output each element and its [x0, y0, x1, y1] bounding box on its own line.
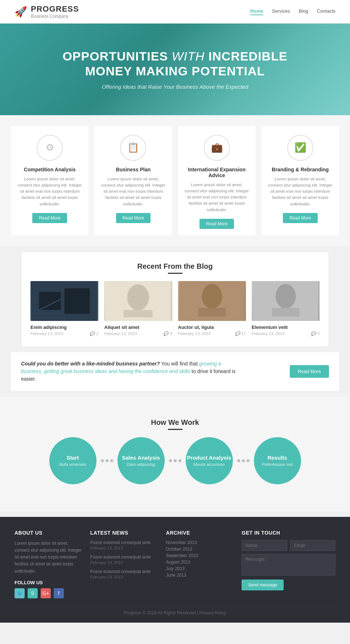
- archive-link-3[interactable]: September 2013: [166, 553, 233, 558]
- hero-title: OPPORTUNITIES with INCREDIBLEMONEY MAKIN…: [62, 49, 287, 79]
- footer-archive: ARCHIVE November 2013 October 2013 Septe…: [166, 530, 233, 598]
- how-step-title-2: Sales Analysis: [122, 455, 160, 461]
- service-desc-3: Lorem ipsum dolor sit amet, consect etur…: [185, 182, 249, 213]
- blog-date-4: February 13, 2013: [252, 331, 284, 336]
- hero-section: OPPORTUNITIES with INCREDIBLEMONEY MAKIN…: [0, 24, 350, 115]
- blog-img-1: [30, 281, 98, 321]
- nav-contacts[interactable]: Contacts: [317, 8, 335, 15]
- service-title-2: Business Plan: [101, 167, 165, 172]
- send-button[interactable]: Send message: [242, 580, 284, 590]
- how-step-2: Sales Analysis Diam adipiscing: [118, 437, 165, 484]
- google-plus-icon[interactable]: G+: [41, 588, 51, 598]
- service-btn-1[interactable]: Read More: [32, 213, 67, 223]
- how-divider: [168, 429, 182, 430]
- service-desc-1: Lorem ipsum dolor sit amet, consect etur…: [17, 176, 82, 207]
- skype-icon[interactable]: S: [28, 588, 38, 598]
- cta-strong: Could you do better with a like-minded b…: [21, 361, 160, 367]
- blog-img-3: [178, 281, 246, 321]
- message-input[interactable]: [242, 554, 335, 576]
- hero-subtitle: Offering Ideas that Raise Your Business …: [102, 84, 248, 90]
- svg-point-8: [202, 284, 222, 309]
- service-icon-4: ✅: [287, 135, 313, 161]
- footer-about-title: ABOUT US: [15, 530, 82, 536]
- logo-sub: Business Company: [31, 14, 79, 19]
- archive-link-4[interactable]: August 2013: [166, 560, 233, 565]
- twitter-icon[interactable]: 🐦: [15, 588, 25, 598]
- dot: [110, 459, 113, 462]
- svg-point-11: [275, 284, 296, 309]
- how-step-title-4: Results: [267, 455, 287, 461]
- logo-icon: 🚀: [15, 6, 27, 18]
- news-text-2: Fusce euismod consequat ante: [90, 555, 157, 560]
- blog-img-2: [104, 281, 172, 321]
- service-title-3: International Expansion Advice: [185, 167, 249, 178]
- how-step-1: Start Nulla venenatis: [49, 437, 96, 484]
- service-btn-3[interactable]: Read More: [199, 219, 234, 229]
- footer-news-title: LATEST NEWS: [90, 530, 157, 536]
- archive-link-5[interactable]: July 2013: [166, 566, 233, 571]
- logo-main: PROGRESS: [31, 4, 79, 14]
- nav-home[interactable]: Home: [250, 8, 263, 15]
- services-section: ⚙ Competition Analysis Lorem ipsum dolor…: [0, 115, 350, 246]
- nav-services[interactable]: Services: [272, 8, 290, 15]
- facebook-icon[interactable]: f: [54, 588, 64, 598]
- blog-post-4: Elementum velit February 13, 2013 💬 5: [252, 281, 320, 336]
- blog-comments-3: 💬 11: [235, 331, 246, 336]
- how-step-sub-3: Mauris accumsan: [193, 462, 225, 467]
- blog-grid: Enim adipiscing February 13, 2013 💬 2 Al…: [30, 281, 320, 336]
- dot: [237, 459, 240, 462]
- news-date-1: February 13, 2013: [90, 546, 157, 550]
- how-step-4: Results Pellentesque sed: [254, 437, 301, 484]
- archive-link-1[interactable]: November 2013: [166, 540, 233, 545]
- dot: [169, 459, 172, 462]
- svg-rect-12: [272, 308, 299, 317]
- blog-comments-1: 💬 2: [90, 331, 98, 336]
- archive-link-2[interactable]: October 2013: [166, 547, 233, 552]
- footer-about: ABOUT US Lorem ipsum dolor sit amet, con…: [15, 530, 82, 598]
- footer-contact-title: GET IN TOUCH: [242, 530, 335, 536]
- logo: 🚀 PROGRESS Business Company: [15, 4, 79, 19]
- footer-contact: GET IN TOUCH Send message: [242, 530, 335, 598]
- service-icon-1: ⚙: [37, 135, 63, 161]
- footer-form: Send message: [242, 540, 335, 590]
- blog-post-2: Aliquet sit amet February 13, 2013 💬 9: [104, 281, 172, 336]
- blog-post-title-3: Auctor ut, ligula: [178, 325, 246, 330]
- service-icon-2: 📋: [120, 135, 146, 161]
- blog-comments-4: 💬 5: [311, 331, 320, 336]
- service-btn-2[interactable]: Read More: [116, 213, 151, 223]
- email-input[interactable]: [290, 540, 335, 551]
- service-title-1: Competition Analysis: [17, 167, 82, 172]
- blog-post-title-1: Enim adipiscing: [30, 325, 98, 330]
- archive-link-6[interactable]: June 2013: [166, 573, 233, 578]
- news-text-3: Fusce euismod consequat ante: [90, 569, 157, 574]
- nav-blog[interactable]: Blog: [299, 8, 308, 15]
- blog-date-1: February 13, 2013: [30, 331, 63, 336]
- services-grid: ⚙ Competition Analysis Lorem ipsum dolor…: [11, 126, 339, 235]
- footer-news: LATEST NEWS Fusce euismod consequat ante…: [90, 530, 157, 598]
- cta-button[interactable]: Read More: [290, 365, 329, 378]
- service-card-1: ⚙ Competition Analysis Lorem ipsum dolor…: [11, 126, 88, 235]
- header: 🚀 PROGRESS Business Company Home Service…: [0, 0, 350, 24]
- how-section: How We Work Start Nulla venenatis Sales …: [22, 408, 328, 494]
- how-step-sub-4: Pellentesque sed: [262, 462, 292, 467]
- blog-post-1: Enim adipiscing February 13, 2013 💬 2: [30, 281, 98, 336]
- footer: ABOUT US Lorem ipsum dolor sit amet, con…: [0, 517, 350, 623]
- news-item-3: Fusce euismod consequat ante February 13…: [90, 569, 157, 579]
- blog-post-3: Auctor ut, ligula February 13, 2013 💬 11: [178, 281, 246, 336]
- footer-about-text: Lorem ipsum dolor sit amet, consect etur…: [15, 540, 82, 575]
- how-dots-1: [101, 459, 113, 462]
- blog-comments-2: 💬 9: [163, 331, 172, 336]
- name-input[interactable]: [242, 540, 287, 551]
- how-step-sub-1: Nulla venenatis: [59, 462, 86, 467]
- news-item-2: Fusce euismod consequat ante February 13…: [90, 555, 157, 565]
- footer-grid: ABOUT US Lorem ipsum dolor sit amet, con…: [15, 530, 335, 598]
- service-card-3: 💼 International Expansion Advice Lorem i…: [178, 126, 256, 235]
- how-step-title-1: Start: [66, 455, 79, 461]
- blog-meta-4: February 13, 2013 💬 5: [252, 331, 320, 336]
- service-btn-4[interactable]: Read More: [283, 213, 317, 223]
- dot: [101, 459, 104, 462]
- news-item-1: Fusce euismod consequat ante February 13…: [90, 540, 157, 550]
- blog-wrapper: Recent From the Blog Enim adipiscing Feb…: [11, 252, 339, 346]
- how-step-3: Product Analysis Mauris accumsan: [186, 437, 233, 484]
- how-section-wrapper: How We Work Start Nulla venenatis Sales …: [0, 397, 350, 511]
